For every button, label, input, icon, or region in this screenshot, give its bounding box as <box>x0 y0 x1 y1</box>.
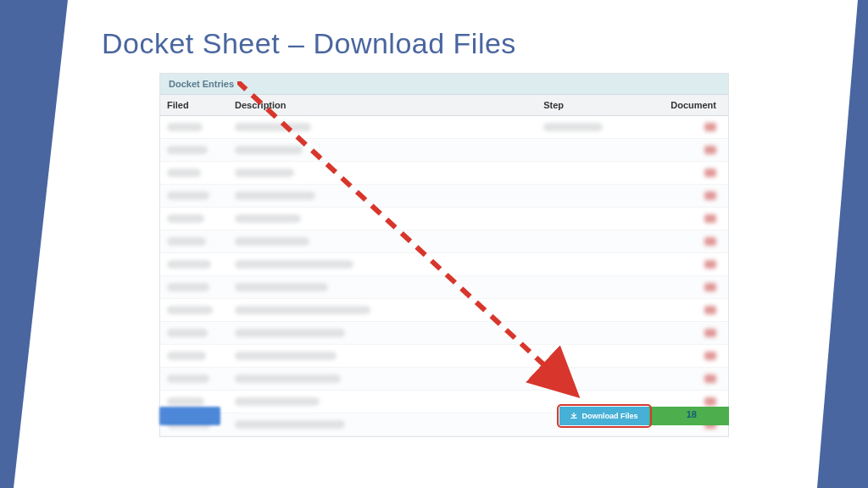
col-header-filed[interactable]: Filed <box>160 95 228 116</box>
footer-left-button[interactable] <box>159 407 220 425</box>
docket-table: Filed Description Step Document <box>160 95 728 436</box>
table-row[interactable] <box>160 253 728 276</box>
table-row[interactable] <box>160 299 728 322</box>
table-row[interactable] <box>160 185 728 208</box>
download-files-button[interactable]: Download Files <box>559 407 649 425</box>
docket-table-body <box>160 116 728 436</box>
page-number: 18 <box>687 409 697 419</box>
table-row[interactable] <box>160 139 728 162</box>
slide-title: Docket Sheet – Download Files <box>102 27 516 60</box>
download-button-label: Download Files <box>581 412 637 420</box>
panel-heading: Docket Entries <box>160 74 728 95</box>
table-row[interactable] <box>160 345 728 368</box>
table-row[interactable] <box>160 208 728 230</box>
docket-entries-panel: Docket Entries Filed Description Step Do… <box>159 73 729 437</box>
table-row[interactable] <box>160 116 728 139</box>
footer-bar: Download Files 18 <box>159 407 729 427</box>
download-icon <box>570 413 577 419</box>
table-row[interactable] <box>160 276 728 299</box>
table-row[interactable] <box>160 368 728 391</box>
table-row[interactable] <box>160 230 728 253</box>
table-row[interactable] <box>160 322 728 345</box>
slide-bg-right <box>817 0 868 488</box>
table-row[interactable] <box>160 162 728 185</box>
col-header-step[interactable]: Step <box>537 95 664 116</box>
slide-bg-left <box>0 0 102 488</box>
col-header-document[interactable]: Document <box>664 95 728 116</box>
col-header-description[interactable]: Description <box>228 95 537 116</box>
